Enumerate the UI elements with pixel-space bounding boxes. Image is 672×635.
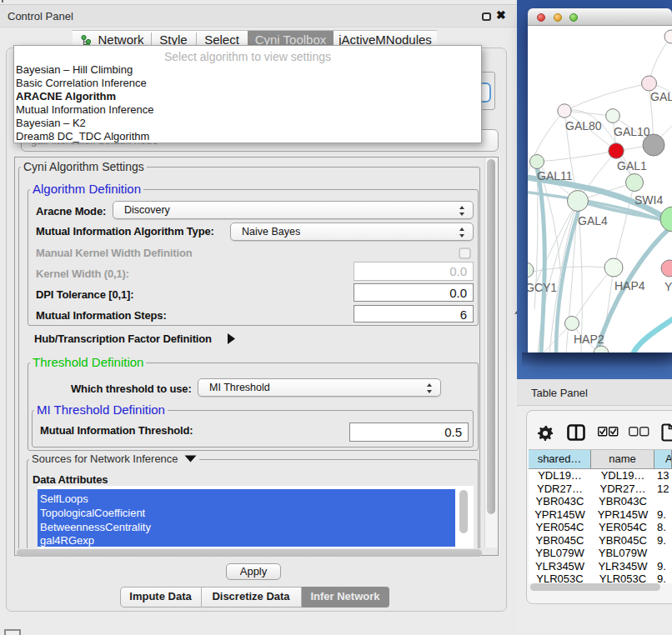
svg-text:GAL10: GAL10 — [614, 125, 650, 138]
svg-text:GCY1: GCY1 — [528, 281, 557, 294]
svg-text:GAL: GAL — [650, 90, 672, 103]
svg-text:Y: Y — [664, 280, 672, 293]
svg-text:GAL11: GAL11 — [537, 169, 573, 182]
svg-text:GAL80: GAL80 — [565, 119, 602, 132]
svg-text:HAP4: HAP4 — [614, 279, 645, 292]
svg-text:HAP2: HAP2 — [574, 332, 604, 346]
svg-text:GAL1: GAL1 — [617, 159, 647, 172]
svg-text:GAL4: GAL4 — [578, 214, 608, 228]
svg-text:SWI4: SWI4 — [634, 193, 663, 207]
